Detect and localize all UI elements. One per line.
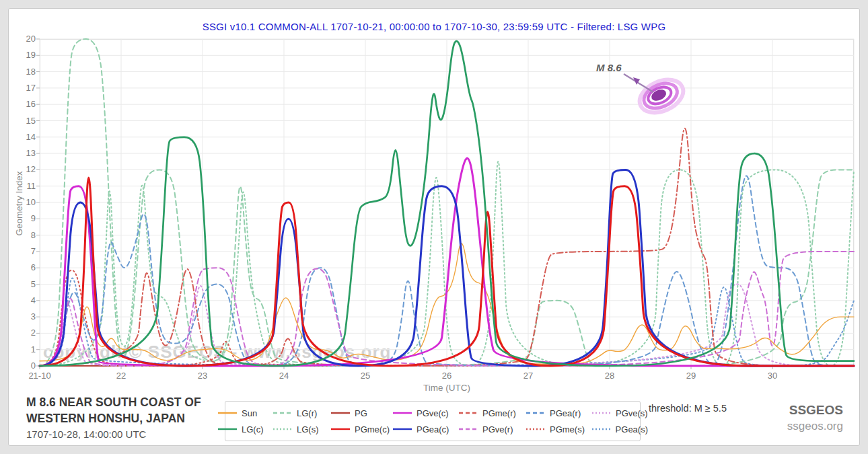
brand-url: ssgeos.org	[746, 420, 843, 433]
legend-item-PGve(r): PGve(r)	[458, 421, 523, 437]
legend-label: LG(s)	[297, 424, 319, 434]
legend-item-PGve(s): PGve(s)	[591, 405, 648, 421]
legend-label: PGve(s)	[616, 408, 648, 418]
y-tick-5: 5	[15, 279, 36, 289]
legend-label: PG	[355, 408, 367, 418]
y-tick-20: 20	[15, 34, 36, 44]
legend-swatch-LG(r)	[273, 410, 293, 416]
legend-swatch-PGme(c)	[330, 426, 351, 432]
threshold-note: threshold: M ≥ 5.5	[649, 403, 727, 414]
legend-label: PGme(r)	[482, 408, 516, 418]
ssgi-line-chart	[40, 39, 854, 366]
legend-swatch-Sun	[217, 410, 238, 416]
y-tick-4: 4	[15, 295, 36, 305]
legend-label: PGea(r)	[550, 408, 581, 418]
screenshot-stage: SSGI v10.1 COMMON-ALL 1707-10-21, 00:00:…	[0, 0, 868, 454]
legend-label: PGme(s)	[550, 424, 585, 434]
x-tick-21-10: 21-10	[20, 371, 60, 381]
legend-item-LG(s): LG(s)	[273, 421, 328, 437]
x-tick-27: 27	[508, 371, 548, 381]
legend-label: PGea(c)	[417, 424, 449, 434]
seismic-spiral-icon	[620, 68, 694, 125]
x-tick-22: 22	[101, 371, 141, 381]
x-tick-26: 26	[427, 371, 467, 381]
brand-name: SSGEOS	[746, 403, 843, 418]
y-tick-13: 13	[15, 148, 36, 158]
legend-item-PGme(s): PGme(s)	[526, 421, 589, 437]
legend-item-PGea(s): PGea(s)	[591, 421, 648, 437]
legend-item-PGve(c): PGve(c)	[392, 405, 456, 421]
legend-label: PGea(s)	[616, 424, 648, 434]
legend-label: Sun	[242, 408, 257, 418]
legend-swatch-PGea(c)	[392, 426, 412, 432]
chart-title: SSGI v10.1 COMMON-ALL 1707-10-21, 00:00:…	[9, 21, 859, 32]
x-tick-30: 30	[752, 371, 793, 381]
y-tick-6: 6	[15, 262, 36, 272]
legend-item-LG(c): LG(c)	[217, 421, 270, 437]
y-tick-12: 12	[15, 164, 36, 174]
legend-item-PGea(r): PGea(r)	[526, 405, 589, 421]
legend-item-PGme(r): PGme(r)	[458, 405, 523, 421]
earthquake-annotation-label: M 8.6	[596, 62, 622, 73]
legend-swatch-PGve(r)	[458, 426, 478, 432]
y-tick-0: 0	[15, 361, 36, 371]
x-axis-label: Time (UTC)	[40, 383, 854, 393]
x-tick-29: 29	[671, 371, 711, 381]
legend-swatch-PGve(s)	[591, 410, 612, 416]
x-tick-28: 28	[589, 371, 630, 381]
legend-item-PGea(c): PGea(c)	[392, 421, 456, 437]
y-tick-7: 7	[15, 246, 36, 256]
legend-label: PGve(c)	[417, 408, 449, 418]
legend-label: PGve(r)	[482, 424, 513, 434]
legend-item-PGme(c): PGme(c)	[330, 421, 390, 437]
legend-swatch-PG	[330, 410, 351, 416]
event-datetime: 1707-10-28, 14:00:00 UTC	[26, 428, 146, 440]
y-tick-8: 8	[15, 230, 36, 240]
legend-label: LG(r)	[297, 408, 317, 418]
legend-label: LG(c)	[242, 424, 264, 434]
legend-swatch-PGea(s)	[591, 426, 612, 432]
y-tick-19: 19	[15, 50, 36, 60]
y-tick-14: 14	[15, 132, 36, 142]
legend-swatch-LG(s)	[273, 426, 293, 432]
y-tick-15: 15	[15, 116, 36, 126]
x-tick-25: 25	[345, 371, 386, 381]
legend-swatch-PGme(s)	[526, 426, 546, 432]
legend-label: PGme(c)	[355, 424, 390, 434]
legend-item-Sun: Sun	[217, 405, 270, 421]
brand-block: SSGEOS ssgeos.org	[746, 403, 843, 433]
y-tick-9: 9	[15, 213, 36, 223]
legend-swatch-LG(c)	[217, 426, 238, 432]
y-tick-16: 16	[15, 99, 36, 109]
x-tick-24: 24	[264, 371, 304, 381]
x-tick-23: 23	[182, 371, 223, 381]
y-tick-11: 11	[15, 181, 36, 191]
y-tick-2: 2	[15, 328, 36, 338]
event-title-line1: M 8.6 NEAR SOUTH COAST OF	[26, 394, 201, 410]
y-tick-1: 1	[15, 344, 36, 354]
legend-item-PG: PG	[330, 405, 390, 421]
legend-item-LG(r): LG(r)	[273, 405, 328, 421]
event-title-line2: WESTERN HONSHU, JAPAN	[26, 410, 201, 426]
y-tick-10: 10	[15, 197, 36, 207]
chart-legend: SunLG(r)PGPGve(c)PGme(r)PGea(r)PGve(s)LG…	[225, 401, 641, 441]
legend-swatch-PGea(r)	[526, 410, 546, 416]
legend-swatch-PGve(c)	[392, 410, 412, 416]
y-tick-18: 18	[15, 67, 36, 77]
event-title: M 8.6 NEAR SOUTH COAST OF WESTERN HONSHU…	[26, 394, 201, 426]
chart-card: SSGI v10.1 COMMON-ALL 1707-10-21, 00:00:…	[8, 8, 860, 446]
y-tick-17: 17	[15, 83, 36, 93]
legend-swatch-PGme(r)	[458, 410, 478, 416]
y-tick-3: 3	[15, 311, 36, 321]
